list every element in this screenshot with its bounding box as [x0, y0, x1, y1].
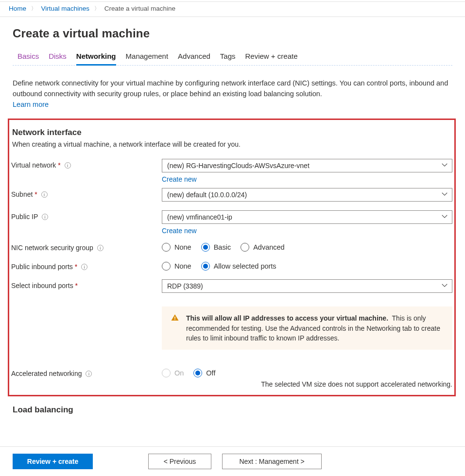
chevron-down-icon	[441, 191, 448, 199]
breadcrumb-vms[interactable]: Virtual machines	[41, 5, 90, 12]
accel-radio-off[interactable]: Off	[193, 369, 215, 377]
info-icon[interactable]: i	[97, 245, 103, 251]
tab-networking[interactable]: Networking	[76, 49, 116, 66]
accel-label: Accelerated networking i	[11, 367, 162, 377]
chevron-right-icon: 〉	[31, 5, 36, 11]
nsg-radio-none[interactable]: None	[162, 243, 191, 252]
ports-radio-allow[interactable]: Allow selected ports	[201, 262, 276, 271]
info-icon[interactable]: i	[81, 264, 87, 270]
subnet-select[interactable]: (new) default (10.0.0.0/24)	[162, 188, 452, 202]
accel-radio-on: On	[162, 369, 184, 377]
ports-radio-none[interactable]: None	[162, 262, 191, 271]
next-button[interactable]: Next : Management >	[222, 454, 322, 469]
section-subtitle: When creating a virtual machine, a netwo…	[12, 140, 452, 148]
inbound-select[interactable]: RDP (3389)	[162, 279, 452, 293]
warning-banner: This will allow all IP addresses to acce…	[162, 306, 452, 350]
chevron-right-icon: 〉	[94, 5, 100, 11]
previous-button[interactable]: < Previous	[148, 454, 211, 469]
tab-tags[interactable]: Tags	[220, 49, 236, 65]
info-icon[interactable]: i	[42, 214, 48, 220]
breadcrumb-home[interactable]: Home	[9, 5, 26, 12]
network-interface-section: Network interface When creating a virtua…	[8, 119, 456, 396]
chevron-down-icon	[441, 162, 448, 170]
subnet-label: Subnet * i	[11, 188, 162, 198]
nsg-label: NIC network security group i	[11, 241, 162, 252]
breadcrumb: Home 〉 Virtual machines 〉 Create a virtu…	[0, 2, 465, 17]
info-icon[interactable]: i	[65, 162, 71, 169]
svg-rect-1	[174, 319, 175, 320]
public-ip-label: Public IP i	[11, 210, 162, 221]
public-ip-create-new-link[interactable]: Create new	[162, 227, 197, 235]
chevron-down-icon	[441, 282, 448, 290]
info-icon[interactable]: i	[86, 371, 92, 377]
accel-hint: The selected VM size does not support ac…	[11, 380, 452, 388]
learn-more-link[interactable]: Learn more	[13, 101, 49, 108]
vnet-label: Virtual network * i	[11, 159, 162, 169]
load-balancing-title: Load balancing	[13, 405, 452, 415]
tab-disks[interactable]: Disks	[49, 49, 67, 65]
review-create-button[interactable]: Review + create	[13, 454, 93, 469]
page-title: Create a virtual machine	[13, 27, 452, 40]
nsg-radio-basic[interactable]: Basic	[201, 243, 231, 252]
tab-basics[interactable]: Basics	[17, 49, 39, 65]
ports-label: Public inbound ports * i	[11, 260, 162, 271]
warning-icon	[171, 313, 179, 324]
tab-review[interactable]: Review + create	[245, 49, 298, 65]
public-ip-select[interactable]: (new) vmfinance01-ip	[162, 210, 452, 224]
intro-text: Define network connectivity for your vir…	[13, 78, 452, 110]
svg-rect-0	[174, 317, 175, 319]
tab-advanced[interactable]: Advanced	[178, 49, 210, 65]
info-icon[interactable]: i	[41, 191, 48, 198]
footer: Review + create < Previous Next : Manage…	[0, 446, 465, 476]
tabs: Basics Disks Networking Management Advan…	[13, 49, 452, 66]
tab-management[interactable]: Management	[126, 49, 169, 65]
chevron-down-icon	[441, 213, 448, 221]
vnet-create-new-link[interactable]: Create new	[162, 175, 197, 183]
vnet-select[interactable]: (new) RG-HarvestingClouds-AWSvsAzure-vne…	[162, 159, 452, 172]
nsg-radio-advanced[interactable]: Advanced	[241, 243, 285, 252]
breadcrumb-current: Create a virtual machine	[104, 5, 175, 12]
inbound-label: Select inbound ports *	[11, 279, 162, 289]
section-title: Network interface	[12, 128, 452, 137]
